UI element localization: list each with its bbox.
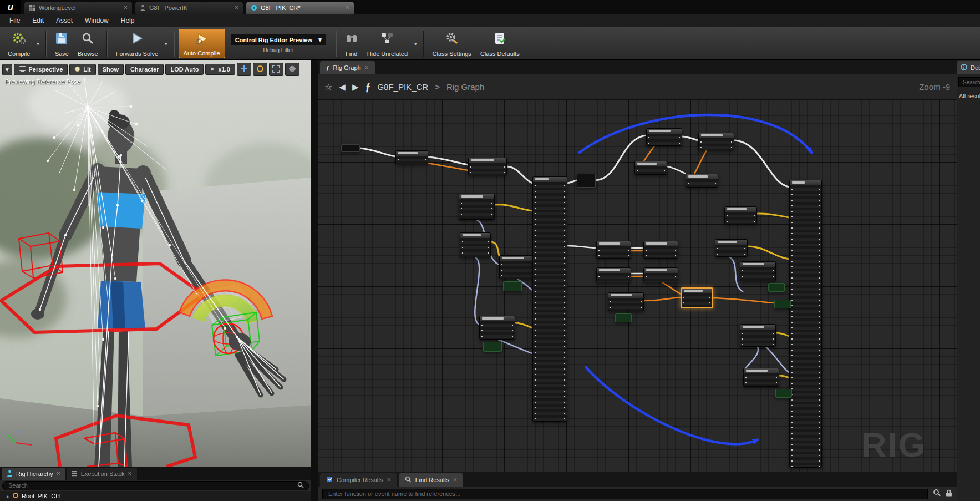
- rig-graph-node[interactable]: [740, 261, 776, 281]
- rig-graph-node[interactable]: [740, 324, 776, 347]
- compile-options-caret[interactable]: ▾: [34, 41, 42, 47]
- menu-help[interactable]: Help: [115, 15, 141, 26]
- tab-compiler-results[interactable]: Compiler Results ×: [320, 473, 397, 487]
- rig-graph-node[interactable]: [646, 128, 682, 146]
- preview-mode-dropdown[interactable]: Control Rig Editor Preview ▾: [231, 34, 326, 45]
- world-space-button[interactable]: [285, 63, 299, 76]
- perspective-button[interactable]: Perspective: [14, 64, 68, 75]
- rig-graph-node[interactable]: [596, 267, 631, 282]
- translate-tool-button[interactable]: [237, 63, 251, 76]
- rig-graph-node[interactable]: [532, 176, 567, 422]
- rig-graph-node[interactable]: [577, 174, 596, 188]
- hide-unrelated-caret[interactable]: ▾: [412, 41, 419, 47]
- menu-file[interactable]: File: [3, 15, 26, 26]
- forwards-solve-button[interactable]: Forwards Solve: [111, 29, 163, 58]
- menu-bar: File Edit Asset Window Help: [0, 14, 980, 27]
- asset-tab-powerik[interactable]: G8F_PowerIK ×: [135, 2, 243, 14]
- compile-button[interactable]: Compile: [3, 29, 34, 58]
- class-settings-button[interactable]: Class Settings: [428, 29, 476, 58]
- character-menu-button[interactable]: Character: [125, 64, 164, 75]
- rig-graph-node[interactable]: [686, 174, 718, 188]
- breadcrumb-graph[interactable]: Rig Graph: [446, 82, 484, 92]
- menu-window[interactable]: Window: [79, 15, 115, 26]
- close-icon[interactable]: ×: [124, 4, 128, 12]
- rig-graph-node[interactable]: [715, 239, 748, 257]
- playback-speed-button[interactable]: x1.0: [205, 64, 235, 75]
- hierarchy-search-input[interactable]: [7, 482, 294, 489]
- rig-graph-node[interactable]: [634, 161, 667, 175]
- rig-graph-node[interactable]: [499, 255, 535, 279]
- asset-tab-pik-cr[interactable]: G8F_PIK_CR* ×: [246, 2, 354, 14]
- tab-rig-graph[interactable]: ƒ Rig Graph ×: [320, 61, 375, 74]
- close-icon[interactable]: ×: [235, 4, 238, 12]
- tab-details[interactable]: Detail: [957, 61, 980, 74]
- details-search-box[interactable]: [958, 77, 980, 87]
- class-defaults-button[interactable]: Class Defaults: [476, 29, 524, 58]
- rig-graph-node[interactable]: [789, 180, 822, 468]
- asset-tab-workinglevel[interactable]: WorkingLevel ×: [24, 2, 132, 14]
- rig-graph-node[interactable]: [483, 342, 502, 352]
- close-icon[interactable]: ×: [365, 64, 369, 72]
- close-icon[interactable]: ×: [128, 470, 132, 478]
- auto-compile-button[interactable]: Auto Compile: [179, 29, 225, 58]
- rig-graph-node[interactable]: [341, 144, 360, 152]
- close-icon[interactable]: ×: [387, 476, 391, 484]
- find-references-input[interactable]: [327, 490, 923, 498]
- details-search-input[interactable]: [962, 79, 980, 86]
- save-button[interactable]: Save: [50, 29, 73, 58]
- find-button[interactable]: Find: [341, 29, 363, 58]
- rig-graph-node[interactable]: [775, 389, 792, 398]
- rig-graph-node[interactable]: [768, 283, 785, 292]
- rig-graph-node[interactable]: [459, 194, 495, 220]
- find-references-box[interactable]: [322, 489, 928, 499]
- rig-graph-node[interactable]: [468, 158, 507, 175]
- expander-icon[interactable]: ▸: [7, 493, 9, 499]
- maximize-viewport-button[interactable]: [269, 63, 283, 76]
- list-item[interactable]: Root_PIK_Ctrl: [22, 493, 60, 499]
- control-rig-icon: [251, 4, 257, 11]
- forward-arrow-icon[interactable]: ▶: [352, 82, 359, 92]
- preview-viewport[interactable]: z ▾ Perspective Lit Show Character LOD A…: [0, 60, 311, 467]
- tab-rig-hierarchy[interactable]: Rig Hierarchy ×: [2, 468, 65, 480]
- rig-graph-node[interactable]: [643, 267, 678, 282]
- lit-mode-button[interactable]: Lit: [69, 64, 95, 75]
- close-icon[interactable]: ×: [346, 4, 349, 12]
- rig-graph-node[interactable]: [681, 287, 713, 308]
- viewport-options-button[interactable]: ▾: [2, 64, 12, 75]
- menu-edit[interactable]: Edit: [26, 15, 50, 26]
- hierarchy-search-box[interactable]: [2, 481, 309, 490]
- rig-graph-node[interactable]: [743, 368, 779, 387]
- lock-icon[interactable]: [946, 489, 952, 499]
- favorite-star-icon[interactable]: ☆: [324, 82, 332, 92]
- rig-graph-node[interactable]: [608, 292, 644, 311]
- close-icon[interactable]: ×: [57, 470, 60, 478]
- back-arrow-icon[interactable]: ◀: [339, 82, 346, 92]
- rig-graph-node[interactable]: [615, 313, 632, 322]
- search-icon[interactable]: [933, 489, 941, 499]
- show-menu-button[interactable]: Show: [98, 64, 124, 75]
- rig-graph-node[interactable]: [643, 241, 678, 259]
- rig-graph-node[interactable]: [724, 206, 757, 224]
- hide-unrelated-button[interactable]: Hide Unrelated: [363, 29, 412, 58]
- unreal-logo[interactable]: u: [0, 0, 21, 14]
- tab-execution-stack[interactable]: Execution Stack ×: [67, 468, 137, 480]
- class-defaults-label: Class Defaults: [480, 50, 520, 57]
- rig-graph-node[interactable]: [479, 316, 515, 340]
- menu-asset[interactable]: Asset: [50, 15, 79, 26]
- find-references-row: [318, 487, 957, 501]
- rig-graph-node[interactable]: [596, 241, 631, 259]
- rig-graph-canvas[interactable]: RIG: [318, 100, 957, 472]
- rig-graph-node[interactable]: [395, 150, 428, 164]
- tab-find-results[interactable]: Find Results ×: [399, 473, 463, 487]
- browse-button[interactable]: Browse: [73, 29, 103, 58]
- rotate-tool-button[interactable]: [253, 63, 267, 76]
- rig-graph-node[interactable]: [774, 300, 791, 308]
- lod-auto-button[interactable]: LOD Auto: [165, 64, 204, 75]
- rig-graph-node[interactable]: [503, 281, 522, 291]
- rig-graph-node[interactable]: [460, 232, 491, 257]
- breadcrumb-asset[interactable]: G8F_PIK_CR: [377, 82, 428, 92]
- panel-divider[interactable]: [311, 60, 318, 501]
- rig-graph-node[interactable]: [698, 133, 734, 150]
- forwards-solve-caret[interactable]: ▾: [163, 41, 170, 47]
- close-icon[interactable]: ×: [453, 476, 457, 484]
